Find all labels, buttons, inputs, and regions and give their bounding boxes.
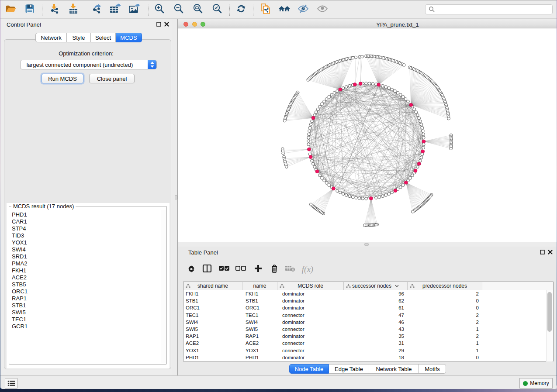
table-row[interactable]: FKH1FKH1dominator962: [183, 290, 546, 297]
run-mcds-button[interactable]: Run MCDS: [42, 74, 83, 83]
tab-network-table[interactable]: Network Table: [369, 364, 419, 374]
window-zoom-button[interactable]: [201, 22, 205, 27]
close-panel-icon[interactable]: [548, 250, 553, 254]
table-scrollbar-thumb[interactable]: [547, 292, 552, 332]
table-cell: 43: [344, 327, 408, 332]
float-panel-icon[interactable]: [540, 250, 545, 254]
hide-selected-icon[interactable]: [297, 3, 309, 16]
table-cell: connector: [277, 327, 344, 332]
horizontal-splitter[interactable]: [178, 242, 557, 247]
tab-mcds[interactable]: MCDS: [116, 33, 142, 42]
column-header-name[interactable]: name: [242, 282, 277, 290]
function-builder-icon[interactable]: f(x): [302, 265, 313, 274]
mcds-result-item[interactable]: STP4: [10, 225, 160, 232]
show-all-icon[interactable]: [278, 3, 291, 16]
float-panel-icon[interactable]: [156, 22, 161, 27]
table-tabs: Node Table Edge Table Network Table Moti…: [289, 364, 446, 374]
horizontal-splitter-grip[interactable]: [364, 243, 369, 246]
mcds-result-item[interactable]: ACE2: [10, 274, 160, 281]
table-row[interactable]: SWI4SWI4dominator462: [183, 319, 546, 326]
tab-network[interactable]: Network: [35, 33, 67, 42]
table-row[interactable]: ACE2ACE2connector311: [183, 340, 546, 347]
mcds-result-item[interactable]: PMA2: [10, 260, 160, 267]
table-cell: TEC1: [242, 313, 277, 318]
import-network-icon[interactable]: [48, 3, 60, 16]
table-cell: FKH1: [242, 291, 277, 296]
zoom-in-icon[interactable]: [154, 3, 165, 16]
open-session-icon[interactable]: [5, 3, 16, 16]
vertical-splitter-grip[interactable]: [175, 195, 177, 199]
unselect-all-columns-icon[interactable]: [235, 265, 246, 273]
tab-edge-table[interactable]: Edge Table: [329, 364, 369, 374]
delete-table-icon[interactable]: [285, 265, 295, 274]
mcds-result-item[interactable]: SWI4: [10, 246, 160, 253]
mcds-result-scrollbar[interactable]: [161, 210, 166, 363]
search-input[interactable]: [437, 7, 552, 13]
mcds-result-item[interactable]: GCR1: [10, 323, 160, 330]
window-minimize-button[interactable]: [192, 22, 197, 27]
mcds-result-item[interactable]: FKH1: [10, 267, 160, 274]
select-all-columns-icon[interactable]: [218, 265, 230, 273]
task-history-button[interactable]: [5, 378, 17, 389]
column-header-predecessor-nodes[interactable]: predecessor nodes: [408, 282, 482, 290]
mcds-result-list[interactable]: PHD1CAR1STP4TID3YOX1SWI4SRD1PMA2FKH1ACE2…: [10, 211, 160, 364]
export-table-icon[interactable]: [109, 3, 121, 16]
import-table-icon[interactable]: [68, 3, 79, 16]
network-window-titlebar[interactable]: YPA_prune.txt_1: [178, 20, 557, 28]
create-column-icon[interactable]: [254, 264, 263, 275]
mcds-result-item[interactable]: TEC1: [10, 316, 160, 323]
mcds-result-item[interactable]: SRD1: [10, 253, 160, 260]
table-row[interactable]: TEC1TEC1connector472: [183, 312, 546, 319]
table-row[interactable]: ORC1ORC1dominator610: [183, 304, 546, 311]
mcds-result-item[interactable]: RAP1: [10, 295, 160, 302]
search-box[interactable]: [425, 4, 553, 14]
save-session-icon[interactable]: [24, 3, 35, 16]
table-row[interactable]: RAP1RAP1dominator352: [183, 333, 546, 340]
new-network-from-selection-icon[interactable]: [259, 3, 272, 17]
close-panel-icon[interactable]: [164, 22, 169, 27]
mcds-result-item[interactable]: CAR1: [10, 218, 160, 225]
mcds-result-item[interactable]: TID3: [10, 232, 160, 239]
delete-column-icon[interactable]: [270, 264, 279, 275]
zoom-fit-icon[interactable]: [192, 3, 204, 16]
export-image-icon[interactable]: [128, 3, 141, 16]
memory-button[interactable]: Memory: [519, 378, 553, 389]
show-columns-icon[interactable]: [202, 264, 212, 275]
tab-node-table[interactable]: Node Table: [289, 364, 329, 374]
optimization-criterion-select[interactable]: largest connected component (undirected): [20, 60, 157, 69]
mcds-result-item[interactable]: ORC1: [10, 288, 160, 295]
column-header-shared-name[interactable]: shared name: [183, 282, 242, 290]
sort-descending-icon: [395, 285, 399, 287]
close-panel-button[interactable]: Close panel: [89, 74, 135, 83]
table-cell: dominator: [277, 305, 344, 310]
column-header-successor-nodes[interactable]: successor nodes: [344, 282, 408, 290]
mcds-result-item[interactable]: YOX1: [10, 239, 160, 246]
tab-select[interactable]: Select: [91, 33, 116, 42]
table-scrollbar[interactable]: [546, 290, 553, 361]
tab-motifs[interactable]: Motifs: [419, 364, 446, 374]
table-settings-icon[interactable]: [187, 264, 196, 275]
mcds-result-item[interactable]: STB1: [10, 302, 160, 309]
export-network-icon[interactable]: [91, 3, 102, 16]
control-panel: Control Panel Network Style Select MCDS …: [0, 19, 172, 375]
zoom-selected-icon[interactable]: [211, 3, 223, 16]
window-close-button[interactable]: [183, 22, 188, 27]
tab-style[interactable]: Style: [67, 33, 91, 42]
mcds-result-item[interactable]: SWI5: [10, 309, 160, 316]
column-header-MCDS-role[interactable]: MCDS role: [277, 282, 344, 290]
table-cell: dominator: [277, 334, 344, 339]
table-cell: 29: [344, 348, 408, 353]
memory-label: Memory: [530, 380, 549, 386]
network-canvas[interactable]: [178, 28, 557, 242]
table-row[interactable]: YOX1YOX1connector291: [183, 347, 546, 354]
table-row[interactable]: PHD1PHD1dominator180: [183, 354, 546, 361]
table-row[interactable]: SWI5SWI5connector431: [183, 326, 546, 333]
show-hidden-icon[interactable]: [316, 3, 329, 16]
vertical-splitter[interactable]: [172, 19, 178, 375]
mcds-result-item[interactable]: PHD1: [10, 211, 160, 218]
apply-layout-icon[interactable]: [235, 3, 247, 16]
toolbar-separator: [253, 4, 253, 16]
zoom-out-icon[interactable]: [173, 3, 184, 16]
table-row[interactable]: STB1STB1dominator620: [183, 297, 546, 304]
mcds-result-item[interactable]: STB5: [10, 281, 160, 288]
